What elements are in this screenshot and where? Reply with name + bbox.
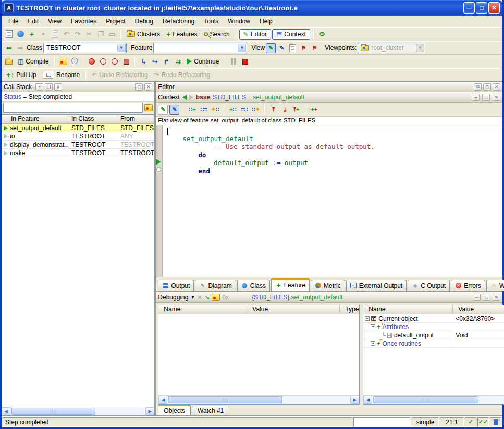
stack-depth-icon[interactable]: ⇩ <box>54 83 62 91</box>
context-close-icon[interactable]: ✕ <box>493 94 500 101</box>
collapse-icon[interactable]: − <box>365 316 370 321</box>
maximize-button[interactable]: □ <box>476 2 487 14</box>
call-stack-maximize-icon[interactable]: □ <box>135 83 143 91</box>
exception-object-icon[interactable] <box>144 104 153 111</box>
locals-col-type[interactable]: Type <box>340 305 359 314</box>
breadcrumb-feature[interactable]: set_output_default <box>253 94 304 101</box>
breadcrumb-class[interactable]: STD_FILES <box>213 94 246 101</box>
object-tree-row[interactable]: └default_output Void NONE <box>363 331 504 339</box>
debug-minimize-icon[interactable]: – <box>473 294 481 301</box>
call-stack-close-icon[interactable]: ✕ <box>144 83 152 91</box>
menu-tools[interactable]: Tools <box>199 17 223 26</box>
assignees-icon[interactable]: =∷ <box>239 105 249 115</box>
flat-view-icon[interactable]: ++ <box>309 105 319 115</box>
objects-col-name[interactable]: Name <box>363 305 453 314</box>
locals-col-value[interactable]: Value <box>247 305 340 314</box>
tab-output[interactable]: Output <box>158 280 194 291</box>
info-icon[interactable]: ⓘ <box>69 56 80 67</box>
breadcrumb-cluster[interactable]: base <box>196 94 210 101</box>
col-in-feature[interactable]: In Feature <box>2 115 68 123</box>
step-out-icon[interactable]: ↱ <box>161 56 171 67</box>
code-view[interactable]: set_output_default -- Use standard outpu… <box>163 125 502 277</box>
step-into-icon[interactable]: ↳ <box>138 56 149 67</box>
call-stack-row[interactable]: make TESTROOT TESTROOT <box>2 149 154 157</box>
class-combo-arrow-icon[interactable]: ▼ <box>117 44 126 52</box>
ancestors-icon[interactable]: ⤒ <box>268 105 278 115</box>
feature-combo-arrow-icon[interactable]: ▼ <box>238 44 246 52</box>
call-stack-hscrollbar[interactable]: ◀ ▶ <box>2 407 154 415</box>
menu-file[interactable]: File <box>4 17 23 26</box>
hex-format-label[interactable]: 0x <box>222 294 229 301</box>
context-button[interactable]: ▤ Context <box>272 29 310 40</box>
editor-maximize-icon[interactable]: □ <box>483 83 491 91</box>
expand-icon[interactable]: + <box>371 341 375 346</box>
rename-button[interactable]: I... Rename <box>40 69 82 80</box>
class-combo[interactable]: TESTROOT ▼ <box>43 43 127 53</box>
col-from[interactable]: From <box>117 115 154 123</box>
remove-breakpoints-icon[interactable] <box>109 56 120 67</box>
undo-icon[interactable]: ↶ <box>61 29 71 40</box>
call-stack-filter-input[interactable] <box>3 103 143 113</box>
debugging-menu-icon[interactable]: ▼ <box>190 295 195 300</box>
tab-watch-1[interactable]: Watch #1 <box>192 406 229 415</box>
pause-icon[interactable] <box>228 56 239 67</box>
redo-icon[interactable]: ↷ <box>72 29 83 40</box>
tab-external-output[interactable]: >_External Output <box>346 280 407 291</box>
step-over-icon[interactable]: ↪ <box>150 56 160 67</box>
context-maximize-icon[interactable]: □ <box>482 94 490 101</box>
minimize-button[interactable]: — <box>463 2 475 14</box>
view-flat-icon[interactable] <box>288 43 298 53</box>
continue-button[interactable]: Continue <box>184 56 222 67</box>
compile-button[interactable]: ◫ Compile <box>15 56 51 67</box>
show-breakpoints-icon[interactable] <box>121 56 131 67</box>
features-button[interactable]: + Features <box>164 29 200 40</box>
feature-combo[interactable]: ▼ <box>153 43 247 53</box>
view-basic-text-icon[interactable]: ✎ <box>266 43 276 53</box>
col-in-class[interactable]: In Class <box>68 115 117 123</box>
scroll-thumb[interactable] <box>168 396 282 403</box>
debug-maximize-icon[interactable]: □ <box>483 294 490 301</box>
forward-icon[interactable]: ➡ <box>15 43 26 53</box>
call-stack-row[interactable]: display_demonstrat... TESTROOT TESTROOT <box>2 141 154 149</box>
tab-diagram[interactable]: ✎Diagram <box>195 280 236 291</box>
menu-refactoring[interactable]: Refactoring <box>158 17 199 26</box>
homonyms-icon[interactable]: ⤒+ <box>291 105 301 115</box>
scroll-thumb[interactable] <box>11 408 95 415</box>
context-back-icon[interactable] <box>182 95 187 100</box>
creators-icon[interactable]: +∷ <box>228 105 238 115</box>
editor-restore-icon[interactable]: ⧉ <box>474 83 482 91</box>
menu-window[interactable]: Window <box>223 17 255 26</box>
exception-icon[interactable] <box>212 294 220 301</box>
objects-col-value[interactable]: Value <box>453 305 504 314</box>
disable-breakpoints-icon[interactable] <box>98 56 108 67</box>
editor-button[interactable]: ✎ Editor <box>239 29 271 40</box>
object-tree-row[interactable]: −+!Attributes <box>363 323 504 331</box>
objects-hscrollbar[interactable]: ◀ ▶ <box>363 395 504 404</box>
save-call-stack-icon[interactable]: ▪ <box>35 83 43 91</box>
locals-table-body[interactable] <box>158 314 359 395</box>
save-all-icon[interactable] <box>50 29 60 40</box>
run-icon[interactable]: ⇉ <box>173 56 183 67</box>
copy-call-stack-icon[interactable]: ❐ <box>45 83 53 91</box>
object-tree-row[interactable]: ++⚑Once routines <box>363 339 504 348</box>
tab-objects[interactable]: Objects <box>158 405 191 415</box>
menu-favorites[interactable]: Favorites <box>66 17 101 26</box>
context-minimize-icon[interactable]: – <box>472 94 480 101</box>
menu-help[interactable]: Help <box>255 17 277 26</box>
assigners-icon[interactable]: ✦∷ <box>210 105 220 115</box>
implementers-icon[interactable]: ∷✦ <box>251 105 261 115</box>
object-tree-row[interactable]: −Current object <0x32A8760> STD_FILES <box>363 314 504 323</box>
scroll-thumb[interactable] <box>373 396 478 403</box>
scroll-left-icon[interactable]: ◀ <box>2 407 10 415</box>
debug-close2-icon[interactable]: ✕ <box>493 294 500 301</box>
tab-metric[interactable]: Metric <box>311 280 345 291</box>
call-stack-row[interactable]: set_output_default STD_FILES STD_FILES <box>2 124 154 132</box>
tab-warnings[interactable]: ⚠Warnings <box>486 280 504 291</box>
editor-close-icon[interactable]: ✕ <box>493 83 500 91</box>
open-icon[interactable] <box>15 29 26 40</box>
locals-col-name[interactable]: Name <box>158 305 247 314</box>
save-icon[interactable]: ▪ <box>38 29 48 40</box>
scroll-right-icon[interactable]: ▶ <box>145 407 154 415</box>
cut-icon[interactable]: ✂ <box>84 29 94 40</box>
view-clickable-icon[interactable]: ✎ <box>277 43 287 53</box>
